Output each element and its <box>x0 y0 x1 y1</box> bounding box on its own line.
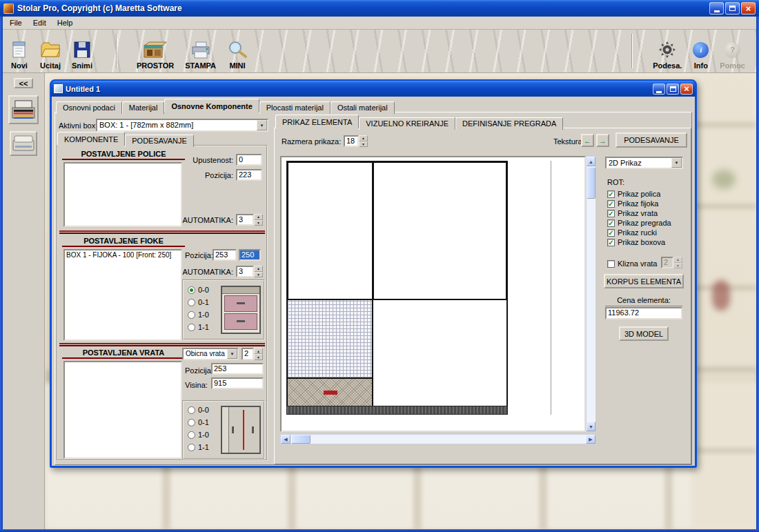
info-button[interactable]: i Info <box>687 38 714 71</box>
checkbox-prikaz-polica[interactable]: ✓Prikaz polica <box>607 189 671 199</box>
vscroll-thumb[interactable] <box>586 167 595 199</box>
scroll-up-icon[interactable]: ▲ <box>586 157 595 166</box>
settings-button[interactable]: Podesa. <box>647 38 687 71</box>
visina-field[interactable]: 915 <box>211 377 264 389</box>
texture-prev-button[interactable]: ← <box>581 134 594 147</box>
tab-definisanje-pregrada[interactable]: DEFINISANJE PREGRADA <box>455 117 563 130</box>
chevron-down-icon[interactable]: ▼ <box>257 120 267 130</box>
police-pozicija-field[interactable]: 223 <box>236 169 262 181</box>
vrata-pozicija-field[interactable]: 253 <box>211 363 264 375</box>
help-button[interactable]: ? Pomoc <box>714 38 751 71</box>
fioke-automatika-field[interactable]: 3 <box>236 266 254 277</box>
checkbox-prikaz-boxova[interactable]: ✓Prikaz boxova <box>607 237 671 247</box>
vrata-type-combo[interactable]: Obicna vrata ▼ <box>182 348 239 360</box>
tab-osnovne-komponente[interactable]: Osnovne Komponente <box>164 99 259 112</box>
restore-button[interactable] <box>725 2 740 14</box>
radio-1-1[interactable]: 1-1 <box>188 321 209 333</box>
sidebar-scanner-button[interactable] <box>10 131 37 156</box>
doc-close-button[interactable]: × <box>680 83 693 95</box>
police-automatika-spinner[interactable]: ▲▼ <box>254 214 263 226</box>
tab-osnovni-podaci[interactable]: Osnovni podaci <box>56 101 122 114</box>
prostor-button[interactable]: PROSTOR <box>131 38 179 71</box>
spin-up-icon[interactable]: ▲ <box>359 135 368 141</box>
fioke-list-item[interactable]: BOX 1 - FIJOKA - 100 [Front: 250] <box>65 250 181 259</box>
radio-0-0[interactable]: 0-0 <box>188 404 209 416</box>
vrata-count-field[interactable]: 2 <box>241 348 254 360</box>
aktivni-box-combo[interactable]: BOX: 1 - [782mm x 882mm] ▼ <box>96 119 268 132</box>
vrata-listbox[interactable] <box>63 361 182 459</box>
chevron-down-icon[interactable]: ▼ <box>671 158 682 168</box>
spin-down-icon[interactable]: ▼ <box>254 354 263 360</box>
scroll-down-icon[interactable]: ▼ <box>586 422 595 431</box>
arrow-right-icon: → <box>599 137 607 145</box>
minimize-button[interactable] <box>709 2 724 14</box>
radio-0-0[interactable]: 0-0 <box>188 284 209 296</box>
view-mode-combo[interactable]: 2D Prikaz ▼ <box>605 157 683 169</box>
tab-materijal[interactable]: Materijal <box>122 101 165 114</box>
cabinet-drawer-hatched[interactable] <box>286 299 374 379</box>
checkbox-prikaz-pregrada[interactable]: ✓Prikaz pregrada <box>607 218 671 228</box>
doc-minimize-button[interactable] <box>653 83 665 95</box>
police-listbox[interactable] <box>63 162 182 227</box>
canvas-vscrollbar[interactable]: ▲ ▼ <box>586 156 596 432</box>
tab-komponente[interactable]: KOMPONENTE <box>57 132 125 146</box>
menu-edit[interactable]: Edit <box>28 17 52 28</box>
checkbox-prikaz-fijoka[interactable]: ✓Prikaz fijoka <box>607 199 671 208</box>
texture-next-button[interactable]: → <box>596 134 609 147</box>
mini-button[interactable]: MINI <box>221 38 253 71</box>
fioke-listbox[interactable]: BOX 1 - FIJOKA - 100 [Front: 250] <box>63 249 182 341</box>
close-button[interactable]: × <box>741 2 756 14</box>
tab-prikaz-elementa[interactable]: PRIKAZ ELEMENTA <box>275 115 359 128</box>
tab-podesavanje[interactable]: PODESAVANJE <box>125 135 194 147</box>
model-3d-button[interactable]: 3D MODEL <box>619 326 669 341</box>
tab-plocasti-materijal[interactable]: Plocasti materijal <box>259 101 331 114</box>
spin-down-icon[interactable]: ▼ <box>254 272 263 278</box>
document-titlebar[interactable]: Untitled 1 × <box>51 81 696 97</box>
razmera-spinner[interactable]: ▲▼ <box>359 135 368 147</box>
sidebar-collapse-button[interactable]: << <box>14 78 33 88</box>
cabinet-section-top-right[interactable] <box>372 161 508 301</box>
spin-up-icon[interactable]: ▲ <box>254 348 263 354</box>
spin-up-icon[interactable]: ▲ <box>254 214 263 220</box>
checkbox-prikaz-vrata[interactable]: ✓Prikaz vrata <box>607 208 671 218</box>
fioke-automatika-spinner[interactable]: ▲▼ <box>254 266 263 277</box>
fioke-pozicija-selected-field[interactable]: 250 <box>239 249 261 261</box>
cena-field[interactable]: 11963.72 <box>605 307 682 319</box>
spin-down-icon[interactable]: ▼ <box>254 220 263 226</box>
spin-down-icon[interactable]: ▼ <box>359 141 368 148</box>
menu-file[interactable]: File <box>4 17 28 28</box>
fioke-pozicija-field[interactable]: 253 <box>213 249 237 261</box>
drawing-canvas[interactable] <box>280 156 586 432</box>
menu-help[interactable]: Help <box>52 17 79 28</box>
scroll-left-icon[interactable]: ◀ <box>281 435 290 444</box>
upustenost-field[interactable]: 0 <box>236 154 262 166</box>
tab-ostali-materijal[interactable]: Ostali materijal <box>331 101 395 114</box>
hscroll-thumb[interactable] <box>291 435 310 444</box>
chevron-down-icon[interactable]: ▼ <box>227 349 237 359</box>
cabinet-section-bottom-right[interactable] <box>372 299 508 407</box>
stampa-button[interactable]: STAMPA <box>179 38 221 71</box>
radio-1-0[interactable]: 1-0 <box>188 428 209 441</box>
tab-vizuelno-kreiranje[interactable]: VIZUELNO KREIRANJE <box>359 117 455 130</box>
radio-1-0[interactable]: 1-0 <box>188 308 209 321</box>
new-button[interactable]: Novi <box>4 38 34 71</box>
radio-0-1[interactable]: 0-1 <box>188 296 209 308</box>
canvas-hscrollbar[interactable]: ◀ ▶ <box>280 434 596 444</box>
open-button[interactable]: Ucitaj <box>34 38 66 71</box>
radio-0-1[interactable]: 0-1 <box>188 416 209 428</box>
cabinet-drawer-textured[interactable] <box>286 377 374 407</box>
sidebar-plotter-button[interactable] <box>8 95 39 124</box>
spin-up-icon[interactable]: ▲ <box>254 266 263 272</box>
razmera-field[interactable]: 18 <box>344 135 359 147</box>
cabinet-section-top-left[interactable] <box>286 161 374 301</box>
podesavanje-button[interactable]: PODESAVANJE <box>615 132 687 148</box>
checkbox-prikaz-rucki[interactable]: ✓Prikaz rucki <box>607 228 671 237</box>
radio-1-1[interactable]: 1-1 <box>188 441 209 453</box>
korpus-elementa-button[interactable]: KORPUS ELEMENTA <box>604 274 684 288</box>
vrata-count-spinner[interactable]: ▲▼ <box>254 348 263 360</box>
save-button[interactable]: Snimi <box>66 38 98 71</box>
doc-maximize-button[interactable] <box>667 83 679 95</box>
police-automatika-field[interactable]: 3 <box>236 214 254 226</box>
scroll-right-icon[interactable]: ▶ <box>586 435 595 444</box>
checkbox-klizna-vrata[interactable]: Klizna vrata <box>607 259 657 268</box>
